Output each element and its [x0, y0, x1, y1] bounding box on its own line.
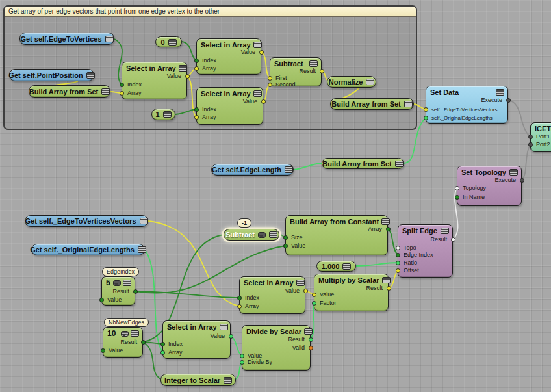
comment-bubble-nbnewedges[interactable]: NbNewEdges [104, 318, 149, 327]
port-result[interactable] [387, 286, 391, 291]
port-port1[interactable] [528, 135, 533, 139]
menu-icon[interactable] [269, 231, 277, 238]
menu-icon[interactable] [224, 377, 232, 384]
port-value[interactable] [240, 354, 244, 358]
port-value[interactable] [303, 289, 308, 293]
menu-icon[interactable] [253, 90, 262, 97]
menu-icon[interactable] [496, 89, 504, 96]
node-build-array-from-constant[interactable]: Build Array from ConstantArraySizeValue [285, 215, 388, 255]
menu-icon[interactable] [509, 169, 518, 176]
wire[interactable] [508, 100, 530, 137]
menu-icon[interactable] [163, 111, 172, 118]
menu-icon[interactable] [179, 65, 187, 72]
node-select-in-array-1[interactable]: Select in ArrayValueIndexArray [122, 62, 187, 99]
port-array[interactable] [194, 115, 199, 120]
wire[interactable] [263, 85, 270, 101]
port-value[interactable] [229, 334, 233, 339]
menu-icon[interactable] [441, 228, 449, 234]
menu-icon[interactable] [395, 161, 404, 167]
menu-icon[interactable] [101, 88, 110, 95]
node-build-array-from-set-2[interactable]: Build Array from Set [330, 98, 414, 110]
port-result[interactable] [141, 340, 146, 345]
node-subtract-1[interactable]: SubtractResultFirstSecond [270, 57, 322, 86]
port-array[interactable] [194, 66, 199, 71]
node-get-edge-to-vertices-vectors[interactable]: Get self._EdgeToVerticesVectors [25, 215, 148, 227]
port-topology[interactable] [455, 186, 459, 190]
port-value[interactable] [259, 50, 264, 55]
port-port2[interactable] [528, 142, 533, 147]
wire[interactable] [261, 52, 270, 78]
menu-icon[interactable] [105, 36, 114, 42]
wire[interactable] [294, 163, 322, 170]
port-array[interactable] [160, 350, 165, 355]
menu-icon[interactable] [309, 60, 318, 67]
port-value[interactable] [99, 298, 104, 302]
node-get-edge-length[interactable]: Get self.EdgeLength [211, 164, 294, 176]
port-result[interactable] [133, 289, 138, 294]
port-topo[interactable] [396, 246, 400, 250]
node-set-topology[interactable]: Set TopologyExecuteTopologyIn Name [457, 166, 522, 206]
port-in-name[interactable] [455, 195, 459, 200]
port-value[interactable] [185, 74, 190, 79]
wire[interactable] [143, 342, 160, 379]
port-result[interactable] [309, 337, 313, 342]
comment-bubble-1[interactable]: -1 [237, 218, 251, 228]
menu-icon[interactable] [404, 101, 413, 107]
port-second[interactable] [268, 83, 272, 87]
node-get-original-edge-lengths[interactable]: Get self._OriginalEdgeLengths [31, 244, 145, 255]
node-select-in-array-2[interactable]: Select in ArrayValueIndexArray [196, 38, 261, 75]
menu-icon[interactable] [220, 324, 228, 330]
wire[interactable] [388, 229, 398, 255]
node-divide-by-scalar[interactable]: Divide by ScalarResultValidValueDivide B… [242, 325, 311, 371]
port-index[interactable] [160, 342, 165, 346]
menu-icon[interactable] [366, 79, 374, 85]
port-self-edgetoverticesvectors[interactable] [424, 107, 428, 112]
node-select-in-array-5[interactable]: Select in ArrayValueIndexArray [162, 320, 231, 359]
port-offset[interactable] [396, 268, 400, 273]
menu-icon[interactable] [140, 218, 148, 224]
port-result[interactable] [320, 69, 324, 73]
port-array[interactable] [386, 227, 391, 231]
port-index[interactable] [120, 83, 124, 87]
port-first[interactable] [268, 76, 272, 81]
menu-icon[interactable] [168, 39, 177, 46]
menu-icon[interactable] [285, 166, 293, 173]
wire[interactable] [182, 42, 196, 60]
wire[interactable] [236, 362, 242, 379]
port-divide-by[interactable] [240, 360, 244, 365]
port-array[interactable] [120, 91, 124, 96]
wire[interactable] [522, 144, 530, 180]
port-value[interactable] [312, 293, 316, 297]
node-get-point-position[interactable]: Get self.PointPosition [9, 69, 94, 81]
wire[interactable] [404, 118, 426, 163]
port-valid[interactable] [309, 346, 313, 350]
menu-icon[interactable] [131, 330, 139, 337]
menu-icon[interactable] [342, 263, 351, 270]
node-const-1[interactable]: 1 [151, 109, 175, 120]
port-self-originaledgelengths[interactable] [424, 116, 428, 120]
port-ratio[interactable] [396, 261, 400, 265]
node-integer-to-scalar[interactable]: Integer to Scalar [160, 374, 236, 386]
comment-icon[interactable] [121, 331, 129, 337]
menu-icon[interactable] [86, 72, 95, 79]
port-value[interactable] [283, 244, 288, 248]
wire[interactable] [145, 250, 162, 352]
port-size[interactable] [283, 235, 288, 240]
node-select-in-array-3[interactable]: Select in ArrayValueIndexArray [196, 87, 263, 125]
node-subtract-2[interactable]: Subtract [224, 229, 279, 241]
menu-icon[interactable] [296, 280, 305, 286]
port-execute[interactable] [506, 98, 511, 103]
node-get-edge-to-vertices[interactable]: Get self.EdgeToVertices [19, 33, 114, 45]
node-build-array-from-set-3[interactable]: Build Array from Set [322, 158, 404, 169]
port-factor[interactable] [312, 301, 316, 306]
node-nb-new-edges-10[interactable]: 10ResultValue [103, 327, 143, 358]
node-edge-index-5[interactable]: 5ResultValue [101, 276, 135, 306]
node-multiply-by-scalar[interactable]: Multiply by ScalarResultValueFactor [314, 274, 389, 311]
menu-icon[interactable] [138, 246, 146, 253]
menu-icon[interactable] [123, 280, 131, 286]
port-index[interactable] [194, 59, 199, 63]
node-set-data[interactable]: Set DataExecuteself._EdgeToVerticesVecto… [426, 86, 508, 124]
node-const-0[interactable]: 0 [155, 36, 182, 47]
node-normalize[interactable]: Normalize [327, 76, 376, 88]
port-value[interactable] [101, 348, 105, 353]
